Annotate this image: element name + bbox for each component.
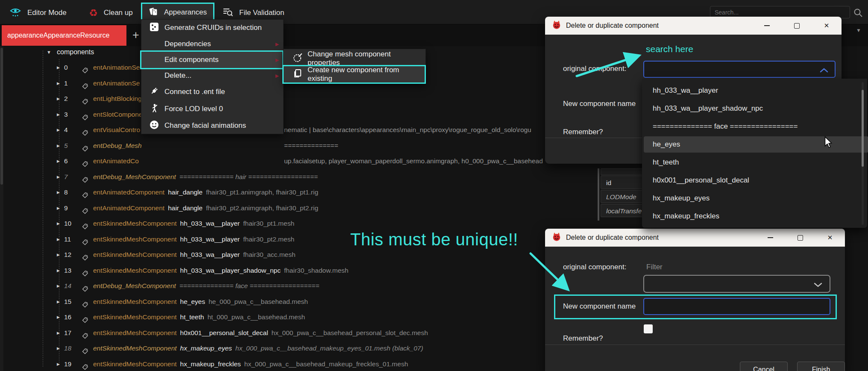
expand-arrow-icon[interactable]: ▶ bbox=[57, 107, 60, 123]
expand-arrow-icon[interactable]: ▶ bbox=[57, 247, 60, 263]
dropdown-item-highlighted[interactable]: he_eyes bbox=[644, 136, 868, 153]
remember-checkbox[interactable] bbox=[644, 324, 653, 333]
component-path: fhair30_acc.mesh bbox=[243, 251, 295, 258]
badge-icon bbox=[291, 52, 304, 65]
component-icon bbox=[82, 251, 88, 258]
dropdown-item[interactable]: ht_teeth bbox=[644, 154, 868, 171]
row-index: 7 bbox=[64, 169, 79, 185]
expand-arrow-icon[interactable]: ▶ bbox=[57, 232, 60, 247]
component-name: hx_makeup_freckles bbox=[180, 360, 241, 368]
menu-item-edit-components[interactable]: Edit components ▶ bbox=[141, 52, 282, 68]
row-index: 15 bbox=[64, 294, 79, 310]
expand-arrow-icon[interactable]: ▶ bbox=[57, 91, 60, 107]
menu-item-label: Edit components bbox=[164, 56, 219, 64]
global-search-input[interactable] bbox=[710, 6, 850, 18]
component-type: entSkinnedMeshComponent bbox=[93, 251, 177, 258]
menu-item-label: Generate CRUIDs in selection bbox=[164, 24, 262, 32]
row-index: 14 bbox=[64, 278, 79, 294]
component-icon bbox=[82, 329, 88, 336]
edit-components-submenu: Change mesh component properties Create … bbox=[283, 49, 426, 84]
panel-splitter[interactable] bbox=[598, 168, 599, 221]
unique-note-annotation: This must be unique!! bbox=[350, 230, 518, 249]
expand-arrow-icon[interactable]: ▶ bbox=[57, 309, 60, 325]
expand-arrow-icon[interactable]: ▶ bbox=[57, 60, 60, 76]
dialog-title-bar[interactable]: Delete or duplicate component ✕ bbox=[545, 229, 845, 247]
tab-overflow-chevron-icon[interactable]: ▼ bbox=[856, 27, 861, 33]
dropdown-item-separator[interactable]: ============== face ================ bbox=[644, 118, 868, 135]
dialog-separator bbox=[545, 344, 845, 345]
expand-arrow-icon[interactable]: ▶ bbox=[57, 294, 60, 310]
component-type: entAnimatedComponent bbox=[93, 188, 164, 196]
expand-arrow-icon[interactable]: ▶ bbox=[57, 153, 60, 169]
clean-up-button[interactable]: ♻ Clean up bbox=[89, 3, 133, 23]
submenu-item-create-new-component[interactable]: Create new component from existing bbox=[284, 66, 425, 82]
finish-button[interactable]: Finish bbox=[797, 362, 845, 371]
component-type: entAnimatedComponent bbox=[93, 204, 164, 212]
expand-arrow-icon[interactable]: ▶ bbox=[57, 325, 60, 341]
menu-item-delete[interactable]: Delete... ▶ bbox=[141, 68, 282, 84]
menu-item-dependencies[interactable]: Dependencies ▶ bbox=[141, 36, 282, 52]
collapse-arrow-icon[interactable]: ▼ bbox=[47, 44, 51, 60]
expand-arrow-icon[interactable]: ▶ bbox=[57, 76, 60, 91]
minimize-button[interactable] bbox=[752, 17, 782, 35]
property-row bbox=[601, 168, 647, 175]
menu-item-force-lod[interactable]: Force LOD level 0 bbox=[141, 101, 282, 117]
dropdown-item[interactable]: hx_makeup_freckles bbox=[644, 208, 868, 224]
wolvenkit-window: Editor Mode ♻ Clean up Appearances File … bbox=[0, 0, 868, 371]
expand-arrow-icon[interactable]: ▶ bbox=[57, 122, 60, 138]
dropdown-item[interactable]: h0x001__personal_slot_decal bbox=[644, 172, 868, 188]
menu-item-label: Connect to .ent file bbox=[164, 88, 225, 96]
component-name: hh_033_wa__player bbox=[180, 251, 240, 258]
menu-item-generate-cruids[interactable]: Generate CRUIDs in selection bbox=[141, 20, 282, 36]
submenu-item-change-mesh-properties[interactable]: Change mesh component properties bbox=[284, 50, 425, 67]
expand-arrow-icon[interactable]: ▶ bbox=[57, 169, 60, 185]
maximize-button[interactable] bbox=[785, 229, 815, 247]
property-row-lodmode[interactable]: LODMode bbox=[601, 190, 647, 203]
menu-item-change-facial[interactable]: Change facial animations bbox=[141, 118, 282, 134]
expand-arrow-icon[interactable]: ▶ bbox=[57, 278, 60, 294]
dropdown-scrollbar-thumb[interactable] bbox=[862, 90, 864, 167]
property-label: LODMode bbox=[606, 193, 636, 200]
tab-appearance-resource[interactable]: appearanceAppearanceResource bbox=[2, 25, 126, 46]
cancel-button[interactable]: Cancel bbox=[740, 362, 788, 371]
dialog-title-bar[interactable]: Delete or duplicate component ✕ bbox=[545, 17, 842, 35]
dropdown-item[interactable]: hh_033_wa__player_shadow_npc bbox=[644, 100, 868, 117]
submenu-arrow-icon: ▶ bbox=[276, 73, 279, 79]
menu-item-label: Delete... bbox=[164, 71, 191, 80]
maximize-button[interactable] bbox=[782, 17, 812, 35]
component-type: entSlotCompone bbox=[93, 111, 142, 118]
expand-arrow-icon[interactable]: ▶ bbox=[57, 216, 60, 232]
original-component-combobox[interactable] bbox=[643, 61, 836, 78]
close-button[interactable]: ✕ bbox=[815, 229, 845, 247]
component-name: hh_033_wa__player bbox=[180, 236, 240, 243]
component-path: hx_000_pwa_c__basehead_makeup_eyes_01.me… bbox=[235, 344, 423, 352]
component-path: he_000_pwa_c__basehead.mesh bbox=[208, 298, 308, 305]
expand-arrow-icon[interactable]: ▶ bbox=[57, 356, 60, 371]
dropdown-item[interactable]: hx_makeup_eyes bbox=[644, 190, 868, 206]
close-button[interactable]: ✕ bbox=[812, 17, 842, 35]
component-icon bbox=[82, 282, 88, 289]
expand-arrow-icon[interactable]: ▶ bbox=[57, 185, 60, 200]
row-index: 16 bbox=[64, 309, 79, 325]
appearances-context-menu: Generate CRUIDs in selection Dependencie… bbox=[141, 19, 284, 134]
file-validation-icon bbox=[222, 6, 233, 20]
original-component-combobox[interactable] bbox=[643, 275, 830, 293]
expand-arrow-icon[interactable]: ▶ bbox=[57, 138, 60, 154]
menu-item-connect-ent[interactable]: Connect to .ent file bbox=[141, 84, 282, 100]
search-icon[interactable] bbox=[853, 8, 863, 20]
dropdown-item[interactable]: hh_033_wa__player bbox=[644, 82, 868, 99]
cancel-label: Cancel bbox=[753, 366, 774, 371]
property-row-id[interactable]: id bbox=[601, 176, 647, 189]
component-icon bbox=[82, 204, 88, 211]
row-index: 3 bbox=[64, 107, 79, 123]
component-path: fhair30_shadow.mesh bbox=[284, 267, 349, 274]
expand-arrow-icon[interactable]: ▶ bbox=[57, 263, 60, 279]
chevron-down-icon bbox=[812, 282, 824, 290]
component-far-text: nematic | base\characters\appearances\ma… bbox=[284, 122, 531, 138]
editor-mode-button[interactable]: Editor Mode bbox=[9, 3, 67, 23]
expand-arrow-icon[interactable]: ▶ bbox=[57, 200, 60, 216]
property-row-localtransform[interactable]: localTransfe bbox=[601, 204, 647, 217]
property-label: id bbox=[606, 179, 611, 186]
minimize-button[interactable] bbox=[755, 229, 785, 247]
expand-arrow-icon[interactable]: ▶ bbox=[57, 341, 60, 356]
